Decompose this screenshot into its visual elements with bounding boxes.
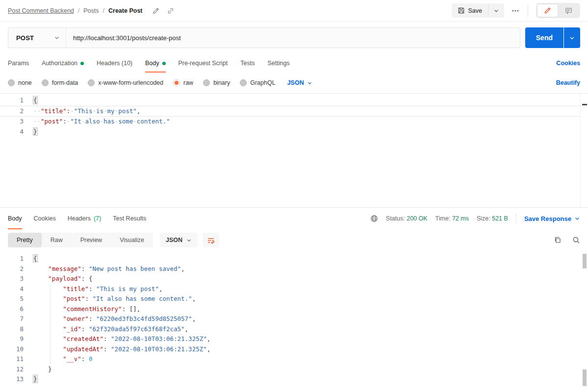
code-line[interactable]: 9 "createdAt": "2022-08-10T03:06:21.325Z…: [0, 334, 588, 344]
line-number: 3: [0, 117, 24, 127]
code-line[interactable]: 2··"title":·"This·is·my·post",: [0, 106, 588, 117]
code-line[interactable]: 10 "updatedAt": "2022-08-10T03:06:21.325…: [0, 344, 588, 355]
save-response-button[interactable]: Save Response: [524, 215, 580, 222]
save-button[interactable]: Save: [452, 3, 488, 18]
body-mode-binary[interactable]: binary: [203, 79, 230, 86]
scrollbar-thumb[interactable]: [583, 369, 587, 386]
code-line[interactable]: 1{: [0, 254, 588, 264]
body-mode-graphql[interactable]: GraphQL: [240, 79, 275, 86]
tab-label: Authorization: [42, 60, 77, 67]
indent-guide: [50, 284, 51, 294]
rename-edit-icon[interactable]: [153, 7, 159, 14]
url-input[interactable]: http://localhost:3001/posts/create-post: [66, 28, 520, 48]
response-body-editor[interactable]: 1{2 "message": "New post has been saved"…: [0, 251, 588, 389]
line-number: 8: [0, 324, 24, 335]
code-line[interactable]: 8 "_id": "62f320ada5f97c63f68f2ca5",: [0, 324, 588, 335]
breadcrumb: Post Comment Backend / Posts / Create Po…: [8, 7, 174, 14]
copy-icon[interactable]: [554, 236, 562, 244]
cookies-link[interactable]: Cookies: [556, 60, 580, 67]
code-line[interactable]: 4 "title": "This is my post",: [0, 284, 588, 294]
response-tab-headers[interactable]: Headers(7): [68, 208, 102, 229]
code-line[interactable]: 3 "payload": {: [0, 274, 588, 284]
line-content: ··"post":·"It·also·has·some·content.": [24, 117, 588, 127]
radio-icon: [203, 79, 210, 86]
line-number: 11: [0, 354, 24, 365]
response-tab-body[interactable]: Body: [8, 208, 22, 229]
code-line[interactable]: 4}: [0, 127, 588, 137]
request-tab-authorization[interactable]: Authorization: [42, 54, 84, 73]
view-tab-preview[interactable]: Preview: [72, 233, 111, 247]
documentation-edit-button[interactable]: [537, 4, 558, 17]
body-mode-raw[interactable]: raw: [173, 79, 193, 86]
breadcrumb-folder[interactable]: Posts: [83, 7, 99, 14]
request-tab-pre-request-script[interactable]: Pre-request Script: [179, 54, 228, 73]
send-options-button[interactable]: [564, 27, 580, 48]
code-line[interactable]: 13}: [0, 374, 588, 385]
line-content: "title": "This is my post",: [24, 284, 588, 294]
search-icon[interactable]: [572, 236, 580, 244]
body-mode-x-www-form-urlencoded[interactable]: x-www-form-urlencoded: [88, 79, 163, 86]
code-line[interactable]: 2 "message": "New post has been saved",: [0, 264, 588, 274]
view-tab-raw[interactable]: Raw: [42, 233, 72, 247]
request-tab-params[interactable]: Params: [8, 54, 29, 73]
response-language-select[interactable]: JSON: [160, 233, 198, 247]
request-body-editor[interactable]: 1{2··"title":·"This·is·my·post",3··"post…: [0, 93, 588, 207]
wrap-text-icon: [207, 236, 215, 244]
line-content: }: [24, 374, 588, 385]
request-tabs: ParamsAuthorizationHeaders (10)BodyPre-r…: [8, 54, 290, 73]
wrap-text-button[interactable]: [203, 233, 219, 247]
response-view-tabs: PrettyRawPreviewVisualize: [8, 233, 153, 247]
code-line[interactable]: 11 "__v": 0: [0, 354, 588, 365]
tab-label: Body: [8, 215, 22, 222]
code-line[interactable]: 3··"post":·"It·also·has·some·content.": [0, 117, 588, 127]
code-line[interactable]: 7 "owner": "6220ed3fb3c4fd59d8525057",: [0, 314, 588, 324]
view-tab-pretty[interactable]: Pretty: [8, 233, 42, 247]
code-line[interactable]: 12 }: [0, 365, 588, 375]
breadcrumb-collection[interactable]: Post Comment Backend: [8, 7, 74, 14]
url-builder-row: POST http://localhost:3001/posts/create-…: [0, 22, 588, 54]
body-modes: noneform-datax-www-form-urlencodedrawbin…: [8, 79, 276, 86]
request-tab-settings[interactable]: Settings: [267, 54, 289, 73]
mode-label: binary: [213, 79, 230, 86]
meta-divider: [516, 214, 516, 223]
request-tab-headers[interactable]: Headers (10): [97, 54, 132, 73]
code-line[interactable]: 5 "post": "It also has some content.",: [0, 294, 588, 304]
request-tab-tests[interactable]: Tests: [240, 54, 255, 73]
save-options-button[interactable]: [488, 3, 504, 18]
request-language-label: JSON: [287, 79, 304, 86]
scrollbar-thumb[interactable]: [583, 254, 587, 268]
response-tab-cookies[interactable]: Cookies: [34, 208, 56, 229]
indent-guide: [50, 354, 51, 365]
more-actions-button[interactable]: [511, 7, 520, 15]
time-value: 72 ms: [452, 215, 469, 222]
response-language-label: JSON: [166, 237, 182, 243]
send-button[interactable]: Send: [525, 27, 563, 48]
line-number: 10: [0, 344, 24, 355]
request-language-select[interactable]: JSON: [287, 79, 312, 86]
code-line[interactable]: 1{: [0, 96, 588, 106]
line-number: 1: [0, 254, 24, 264]
view-tab-visualize[interactable]: Visualize: [111, 233, 153, 247]
status-badge: Status: 200 OK: [386, 215, 428, 222]
response-header-row: BodyCookiesHeaders(7)Test Results Status…: [0, 208, 588, 229]
method-select[interactable]: POST: [8, 28, 66, 48]
mode-label: form-data: [52, 79, 78, 86]
response-scrollbar[interactable]: [582, 251, 587, 389]
radio-icon: [88, 79, 95, 86]
editor-overview-ruler[interactable]: [580, 94, 588, 207]
body-mode-none[interactable]: none: [8, 79, 32, 86]
indent-guide: [50, 314, 51, 324]
beautify-link[interactable]: Beautify: [556, 79, 580, 86]
response-tab-test-results[interactable]: Test Results: [113, 208, 146, 229]
network-globe-icon[interactable]: [370, 215, 378, 222]
body-mode-form-data[interactable]: form-data: [42, 79, 78, 86]
status-dot-icon: [162, 62, 166, 65]
line-number: 1: [0, 96, 24, 106]
request-tab-body[interactable]: Body: [145, 54, 166, 73]
code-line[interactable]: 6 "commentHistory": [],: [0, 304, 588, 315]
comments-button[interactable]: [559, 4, 579, 17]
link-icon[interactable]: [167, 7, 174, 14]
chevron-down-icon: [186, 238, 192, 243]
response-toolbar-actions: [554, 236, 580, 244]
line-content: "createdAt": "2022-08-10T03:06:21.325Z",: [24, 334, 588, 344]
